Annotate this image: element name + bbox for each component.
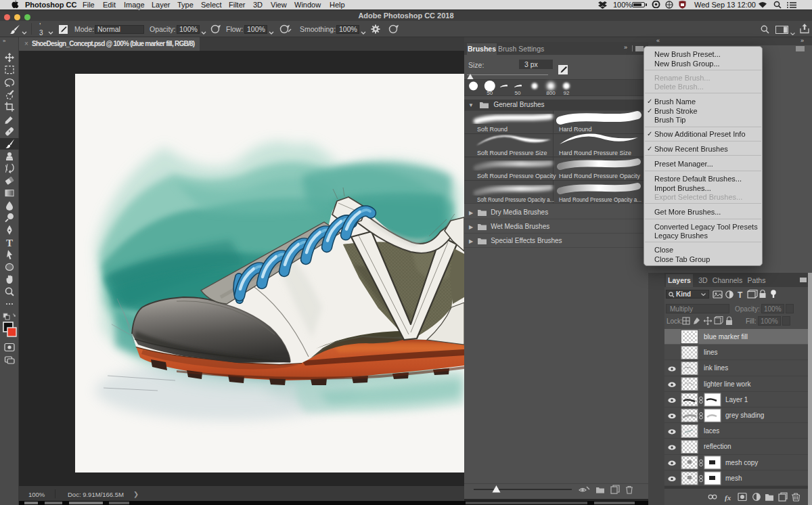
svg-text:Soft Round Pressure Opacity: Soft Round Pressure Opacity bbox=[477, 173, 556, 179]
svg-text:50: 50 bbox=[515, 90, 521, 96]
svg-text:Soft Round Pressure Opacity a.: Soft Round Pressure Opacity a... bbox=[477, 196, 554, 203]
svg-text:fx: fx bbox=[725, 493, 731, 502]
svg-text:T: T bbox=[6, 238, 13, 248]
svg-text:800: 800 bbox=[546, 90, 556, 96]
svg-text:Hard Round Pressure Size: Hard Round Pressure Size bbox=[559, 150, 631, 156]
svg-text:Hard Round Pressure Opacity a.: Hard Round Pressure Opacity a... bbox=[559, 196, 641, 203]
svg-text:Soft Round Pressure Size: Soft Round Pressure Size bbox=[477, 150, 547, 156]
svg-text:92: 92 bbox=[564, 90, 570, 96]
svg-text:Soft Round: Soft Round bbox=[477, 126, 508, 133]
svg-text:T: T bbox=[738, 290, 743, 300]
svg-text:50: 50 bbox=[487, 90, 493, 96]
svg-text:Hard Round: Hard Round bbox=[559, 126, 592, 133]
svg-text:Hard Round Pressure Opacity: Hard Round Pressure Opacity bbox=[559, 173, 641, 179]
